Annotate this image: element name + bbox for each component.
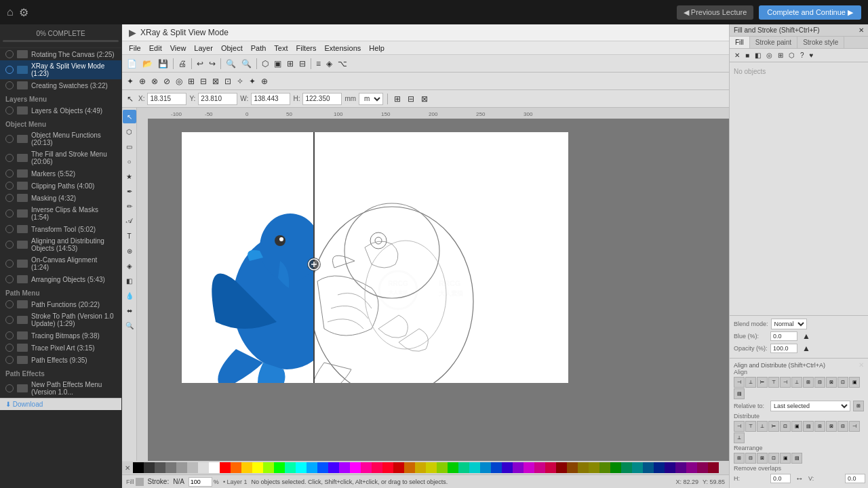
rearr-r2[interactable]: ⊟ [745, 453, 756, 464]
fill-none-btn[interactable]: ✕ [732, 51, 742, 60]
color-swatch[interactable] [155, 462, 165, 473]
settings-button[interactable]: ⚙ [19, 6, 28, 19]
fill-swatch-btn[interactable]: ⬡ [787, 51, 797, 60]
circle-tool[interactable]: ○ [123, 155, 136, 168]
align-center-v-btn[interactable]: ⊣ [780, 377, 791, 388]
fill-swatch[interactable] [136, 478, 144, 486]
align-top-edge-btn[interactable]: ⊤ [768, 377, 779, 388]
snap7-btn[interactable]: ⊟ [198, 76, 209, 87]
color-swatch[interactable] [187, 462, 198, 473]
complete-continue-button[interactable]: Complete and Continue ▶ [759, 5, 861, 20]
sidebar-item-creating[interactable]: Creating Swatches (3:22) [0, 79, 121, 92]
color-swatch[interactable] [307, 462, 317, 473]
fill-tool[interactable]: ◈ [123, 259, 136, 272]
rearr-r1[interactable]: ⊞ [734, 453, 745, 464]
snap4-btn[interactable]: ⊘ [161, 76, 172, 87]
color-swatch[interactable] [404, 462, 415, 473]
star-tool[interactable]: ★ [123, 169, 136, 183]
save-btn[interactable]: 💾 [156, 58, 170, 69]
color-swatch[interactable] [263, 462, 274, 473]
unit-select[interactable]: mmpxpt [359, 93, 383, 105]
text-tool[interactable]: T [123, 229, 136, 243]
spray-tool[interactable]: ⊛ [123, 244, 136, 258]
y-input[interactable] [198, 93, 237, 105]
color-swatch[interactable] [654, 462, 665, 473]
canvas-draw[interactable]: RRCG 大人素描 RRCG 大人素描 [148, 119, 729, 461]
rearr-r5[interactable]: ▣ [780, 453, 791, 464]
menu-extensions[interactable]: Extensions [320, 41, 365, 54]
color-swatch[interactable] [491, 462, 502, 473]
color-swatch[interactable] [448, 462, 458, 473]
dist-d8[interactable]: ⊞ [814, 421, 825, 432]
color-swatch[interactable] [589, 462, 599, 473]
blue-input[interactable] [770, 331, 797, 341]
sidebar-item-clipping[interactable]: Clipping Paths (4:00) [0, 180, 121, 192]
download-button[interactable]: ⬇ Download [5, 401, 43, 408]
align-a4[interactable]: ⊡ [837, 377, 848, 388]
open-btn[interactable]: 📂 [140, 58, 155, 69]
sidebar-item-aligning[interactable]: Aligning and Distributing Objects (14:53… [0, 235, 121, 254]
prev-lecture-button[interactable]: ◀ Previous Lecture [677, 5, 754, 20]
color-swatch[interactable] [610, 462, 621, 473]
align-right-edge-btn[interactable]: ⊢ [757, 377, 768, 388]
sidebar-item-transform[interactable]: Transform Tool (5:02) [0, 223, 121, 235]
color-swatch[interactable] [480, 462, 491, 473]
rearr-r3[interactable]: ⊠ [757, 453, 768, 464]
sidebar-item-markers[interactable]: Markers (5:52) [0, 167, 121, 180]
sidebar-item-stroketop[interactable]: Stroke To Path (Version 1.0 Update) (1:2… [0, 310, 121, 329]
node-btn[interactable]: ⬡ [260, 58, 271, 69]
snap-btn[interactable]: ✦ [125, 76, 136, 87]
gradient-tool[interactable]: ◧ [123, 274, 136, 287]
color-swatch[interactable] [144, 462, 155, 473]
pen-tool[interactable]: ✒ [123, 184, 136, 198]
dist-d10[interactable]: ⊟ [837, 421, 848, 432]
snap10-btn[interactable]: ✧ [235, 76, 245, 87]
right-panel-close-icon[interactable]: ✕ [859, 26, 864, 34]
h-overlap-input[interactable] [770, 474, 791, 483]
dist-d2[interactable]: ⊤ [745, 421, 756, 432]
sidebar-item-fill-stroke[interactable]: The Fill and Stroke Menu (20:06) [0, 148, 121, 167]
color-swatch[interactable] [686, 462, 697, 473]
zoom-tool[interactable]: 🔍 [123, 319, 136, 332]
color-swatch[interactable] [372, 462, 382, 473]
x-input[interactable] [147, 93, 186, 105]
fill-radial-btn[interactable]: ◎ [764, 51, 774, 60]
color-swatch[interactable] [708, 462, 719, 473]
fill-linear-btn[interactable]: ◧ [753, 51, 763, 60]
color-swatch[interactable] [437, 462, 448, 473]
new-btn[interactable]: 📄 [125, 58, 139, 69]
color-swatch[interactable] [675, 462, 686, 473]
color-swatch[interactable] [382, 462, 393, 473]
menu-object[interactable]: Object [217, 41, 247, 54]
color-swatch[interactable] [133, 462, 144, 473]
home-button[interactable]: ⌂ [7, 6, 14, 18]
menu-help[interactable]: Help [365, 41, 389, 54]
h-overlap-link[interactable]: ↔ [793, 473, 806, 484]
pencil-tool[interactable]: ✏ [123, 199, 136, 213]
menu-layer[interactable]: Layer [190, 41, 217, 54]
redo-btn[interactable]: ↪ [207, 58, 218, 69]
opacity-up[interactable]: ▲ [800, 343, 812, 354]
color-swatch[interactable] [545, 462, 556, 473]
sidebar-item-newpatheff[interactable]: New Path Effects Menu (Version 1.0... [0, 379, 121, 398]
color-swatch[interactable] [350, 462, 361, 473]
align-btn[interactable]: ≡ [314, 58, 323, 69]
view-mode-btn[interactable]: ⊞ [392, 94, 403, 104]
color-swatch[interactable] [393, 462, 404, 473]
blue-up[interactable]: ▲ [800, 331, 812, 342]
color-swatch[interactable] [426, 462, 437, 473]
sidebar-item-obj-funcs[interactable]: Object Menu Functions (20:13) [0, 129, 121, 148]
color-swatch[interactable] [556, 462, 567, 473]
select-btn[interactable]: ▣ [272, 58, 283, 69]
fill-btn[interactable]: ◈ [324, 58, 334, 69]
fill-heart-btn[interactable]: ♥ [808, 51, 816, 60]
menu-view[interactable]: View [166, 41, 191, 54]
sidebar-item-patheff[interactable]: Path Effects (9:35) [0, 354, 121, 366]
snap11-btn[interactable]: ✦ [247, 76, 258, 87]
menu-file[interactable]: File [125, 41, 145, 54]
v-overlap-input[interactable] [845, 474, 865, 483]
menu-path[interactable]: Path [247, 41, 271, 54]
color-swatch[interactable] [252, 462, 263, 473]
color-swatch[interactable] [665, 462, 675, 473]
rect-tool[interactable]: ▭ [123, 140, 136, 153]
